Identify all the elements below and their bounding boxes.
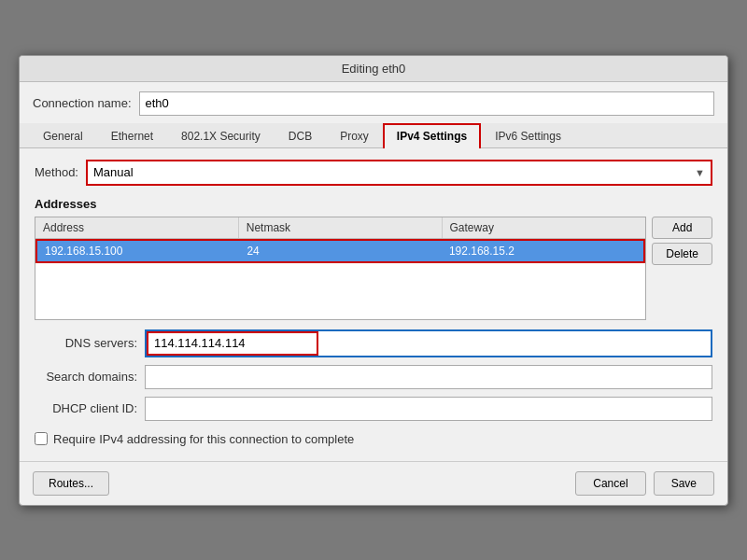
dhcp-label: DHCP client ID: <box>35 401 137 415</box>
bottom-row: Routes... Cancel Save <box>20 461 727 505</box>
content-area: Method: Manual Automatic (DHCP) Link-Loc… <box>20 148 727 461</box>
method-select[interactable]: Manual Automatic (DHCP) Link-Local Only … <box>88 161 689 184</box>
dns-row: DNS servers: <box>35 329 712 357</box>
cell-gateway: 192.168.15.2 <box>442 241 643 261</box>
checkbox-label: Require IPv4 addressing for this connect… <box>53 432 354 446</box>
add-button[interactable]: Add <box>652 217 712 239</box>
cell-netmask: 24 <box>239 241 441 261</box>
method-row: Method: Manual Automatic (DHCP) Link-Loc… <box>35 160 712 186</box>
dhcp-row: DHCP client ID: <box>35 397 712 421</box>
tab-dcb[interactable]: DCB <box>275 123 326 148</box>
dns-label: DNS servers: <box>35 336 137 350</box>
action-buttons: Cancel Save <box>575 471 714 496</box>
connection-name-input[interactable] <box>139 91 714 116</box>
connection-name-row: Connection name: <box>20 82 727 123</box>
tab-8021x[interactable]: 802.1X Security <box>167 123 275 148</box>
tab-ipv6[interactable]: IPv6 Settings <box>481 123 575 148</box>
title-bar: Editing eth0 <box>20 56 727 82</box>
require-ipv4-checkbox[interactable] <box>35 432 48 445</box>
dns-outer-wrapper <box>145 329 712 357</box>
delete-button[interactable]: Delete <box>652 243 712 265</box>
method-label: Method: <box>35 165 78 179</box>
search-label: Search domains: <box>35 370 137 384</box>
dialog-title: Editing eth0 <box>342 62 406 76</box>
table-header: Address Netmask Gateway <box>35 217 645 239</box>
table-row[interactable]: 192.168.15.100 24 192.168.15.2 <box>35 239 645 263</box>
tab-general[interactable]: General <box>29 123 97 148</box>
form-fields: DNS servers: Search domains: DHCP client… <box>35 329 712 450</box>
save-button[interactable]: Save <box>654 471 714 496</box>
dhcp-input[interactable] <box>145 397 712 421</box>
tabs-row: General Ethernet 802.1X Security DCB Pro… <box>20 123 727 148</box>
addresses-title: Addresses <box>35 197 712 211</box>
table-buttons: Add Delete <box>652 217 712 320</box>
dropdown-arrow-icon: ▼ <box>689 167 711 178</box>
dns-input[interactable] <box>148 333 317 354</box>
header-address: Address <box>35 217 239 238</box>
dns-inner-highlight <box>147 331 318 356</box>
header-netmask: Netmask <box>239 217 443 238</box>
tab-ethernet[interactable]: Ethernet <box>97 123 167 148</box>
method-select-wrapper: Manual Automatic (DHCP) Link-Local Only … <box>86 160 712 186</box>
checkbox-row: Require IPv4 addressing for this connect… <box>35 428 712 450</box>
table-empty-area <box>35 263 645 319</box>
addresses-table-wrapper: Address Netmask Gateway 192.168.15.100 2… <box>35 217 712 320</box>
addresses-section: Addresses Address Netmask Gateway 192.16… <box>35 197 712 320</box>
header-gateway: Gateway <box>443 217 646 238</box>
connection-name-label: Connection name: <box>33 96 132 110</box>
search-domains-row: Search domains: <box>35 365 712 389</box>
cancel-button[interactable]: Cancel <box>575 471 645 496</box>
search-input[interactable] <box>145 365 712 389</box>
addresses-table: Address Netmask Gateway 192.168.15.100 2… <box>35 217 646 320</box>
tab-proxy[interactable]: Proxy <box>326 123 383 148</box>
cell-address: 192.168.15.100 <box>37 241 239 261</box>
editing-dialog: Editing eth0 Connection name: General Et… <box>19 55 728 506</box>
tab-ipv4[interactable]: IPv4 Settings <box>383 123 481 148</box>
routes-button[interactable]: Routes... <box>33 471 109 496</box>
